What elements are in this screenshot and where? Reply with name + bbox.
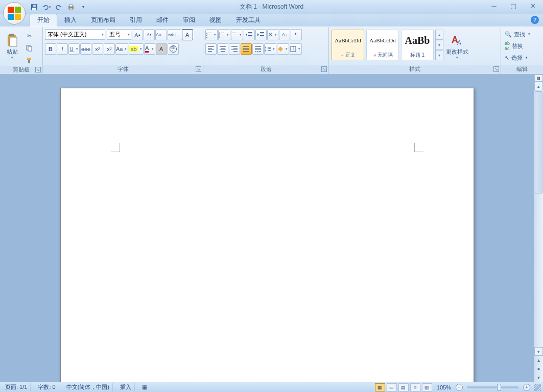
character-shading-button[interactable]: A — [156, 43, 167, 55]
zoom-slider[interactable] — [467, 386, 518, 388]
tab-home[interactable]: 开始 — [30, 14, 57, 27]
style-normal[interactable]: AaBbCcDd ↲正文 — [332, 30, 364, 60]
paragraph-launcher[interactable]: ↘ — [321, 66, 327, 72]
font-size-combo[interactable]: 五号▾ — [107, 29, 131, 40]
clear-formatting-icon[interactable]: Aa — [155, 29, 167, 40]
status-language[interactable]: 中文(简体，中国) — [63, 383, 113, 391]
format-painter-icon[interactable] — [23, 55, 35, 66]
clipboard-launcher[interactable]: ↘ — [35, 67, 41, 72]
replace-button[interactable]: abac替换 — [503, 40, 532, 52]
view-draft-icon[interactable]: ▥ — [422, 383, 432, 391]
save-icon[interactable] — [30, 3, 39, 12]
view-outline-icon[interactable]: ≡ — [410, 383, 420, 391]
zoom-level[interactable]: 105% — [437, 384, 451, 390]
sort-button[interactable]: A↓ — [279, 29, 290, 40]
select-button[interactable]: ↖选择▾ — [503, 52, 532, 63]
svg-rect-60 — [268, 48, 271, 49]
document-viewport[interactable] — [0, 75, 534, 382]
style-heading1[interactable]: AaBb 标题 1 — [401, 30, 434, 60]
numbering-button[interactable]: 123▾ — [218, 29, 230, 40]
tab-mailings[interactable]: 邮件 — [149, 14, 176, 27]
line-spacing-button[interactable]: ▾ — [264, 43, 276, 55]
font-color-button[interactable]: A▾ — [144, 43, 155, 55]
change-styles-icon: AA — [450, 33, 464, 47]
change-case-button[interactable]: Aa▾ — [115, 43, 128, 55]
strikethrough-button[interactable]: abc — [80, 43, 91, 55]
styles-scroll-up[interactable]: ▴ — [435, 30, 443, 40]
show-marks-button[interactable]: ¶ — [291, 29, 302, 40]
character-border-icon[interactable]: A — [182, 29, 193, 40]
highlight-button[interactable]: ab▾ — [129, 43, 143, 55]
enclose-characters-button[interactable]: 字 — [168, 43, 179, 55]
justify-button[interactable] — [241, 43, 252, 55]
copy-icon[interactable] — [23, 42, 35, 54]
resize-grip-icon[interactable] — [534, 384, 541, 391]
browse-object-button[interactable]: ● — [534, 364, 543, 373]
previous-page-button[interactable]: ▴ — [534, 356, 543, 364]
find-button[interactable]: 🔍查找▾ — [503, 29, 532, 40]
subscript-button[interactable]: x2 — [92, 43, 103, 55]
align-left-button[interactable] — [205, 43, 217, 55]
change-styles-button[interactable]: AA 更改样式 ▾ — [444, 28, 470, 65]
tab-developer[interactable]: 开发工具 — [229, 14, 268, 27]
view-print-layout-icon[interactable]: ▦ — [375, 383, 385, 391]
superscript-button[interactable]: x2 — [104, 43, 115, 55]
zoom-in-button[interactable]: + — [523, 384, 530, 391]
status-macro-icon[interactable]: ▦ — [139, 384, 150, 390]
status-word-count[interactable]: 字数: 0 — [35, 383, 59, 391]
shrink-font-icon[interactable]: A▾ — [144, 29, 155, 40]
tab-view[interactable]: 视图 — [202, 14, 229, 27]
redo-icon[interactable] — [54, 3, 63, 12]
next-page-button[interactable]: ▾ — [534, 373, 543, 382]
multilevel-list-button[interactable]: ▾ — [231, 29, 243, 40]
distributed-button[interactable] — [252, 43, 264, 55]
style-no-spacing[interactable]: AaBbCcDd ↲无间隔 — [366, 30, 399, 60]
status-page[interactable]: 页面: 1/1 — [2, 383, 31, 391]
tab-insert[interactable]: 插入 — [57, 14, 84, 27]
font-family-combo[interactable]: 宋体 (中文正文)▾ — [45, 29, 105, 40]
increase-indent-button[interactable] — [255, 29, 267, 40]
view-web-layout-icon[interactable]: ▤ — [398, 383, 409, 391]
phonetic-guide-icon[interactable]: wén — [168, 29, 181, 40]
styles-expand[interactable]: ▾ — [435, 50, 443, 60]
ruler-toggle-icon[interactable]: ⊟ — [534, 75, 543, 82]
maximize-button[interactable]: ▢ — [506, 1, 521, 10]
zoom-slider-thumb[interactable] — [497, 384, 501, 391]
shading-button[interactable]: ▾ — [277, 43, 289, 55]
svg-rect-37 — [208, 48, 212, 48]
close-button[interactable]: ✕ — [526, 1, 540, 10]
view-full-reading-icon[interactable]: ▭ — [387, 383, 397, 391]
text-direction-button[interactable]: ✕▾ — [267, 29, 278, 40]
paste-button[interactable]: 粘贴 ▾ — [2, 28, 22, 65]
decrease-indent-button[interactable] — [244, 29, 255, 40]
svg-point-15 — [206, 35, 207, 36]
scroll-thumb[interactable] — [535, 91, 542, 193]
styles-launcher[interactable]: ↘ — [493, 66, 499, 72]
tab-review[interactable]: 审阅 — [176, 14, 202, 27]
font-launcher[interactable]: ↘ — [196, 66, 201, 72]
zoom-out-button[interactable]: − — [456, 384, 463, 391]
undo-icon[interactable]: ▾ — [42, 3, 51, 12]
borders-button[interactable]: ▾ — [290, 43, 302, 55]
bullets-button[interactable]: ▾ — [205, 29, 218, 40]
align-right-button[interactable] — [229, 43, 240, 55]
status-insert-mode[interactable]: 插入 — [117, 383, 135, 391]
grow-font-icon[interactable]: A▴ — [132, 29, 143, 40]
quick-print-icon[interactable] — [66, 3, 76, 12]
scroll-track[interactable] — [534, 90, 543, 347]
tab-page-layout[interactable]: 页面布局 — [84, 14, 123, 27]
styles-scroll-down[interactable]: ▾ — [435, 40, 443, 50]
help-icon[interactable]: ? — [531, 16, 539, 24]
scroll-down-button[interactable]: ▾ — [534, 347, 543, 356]
italic-button[interactable]: I — [57, 43, 68, 55]
document-page[interactable] — [60, 88, 474, 382]
underline-button[interactable]: U▾ — [68, 43, 80, 55]
qat-customize-icon[interactable]: ▾ — [79, 3, 88, 12]
scroll-up-button[interactable]: ▴ — [534, 82, 543, 90]
bold-button[interactable]: B — [45, 43, 56, 55]
tab-references[interactable]: 引用 — [123, 14, 149, 27]
minimize-button[interactable]: ─ — [487, 1, 501, 10]
align-center-button[interactable] — [217, 43, 228, 55]
cut-icon[interactable]: ✂ — [23, 30, 35, 41]
office-button[interactable] — [3, 2, 26, 24]
